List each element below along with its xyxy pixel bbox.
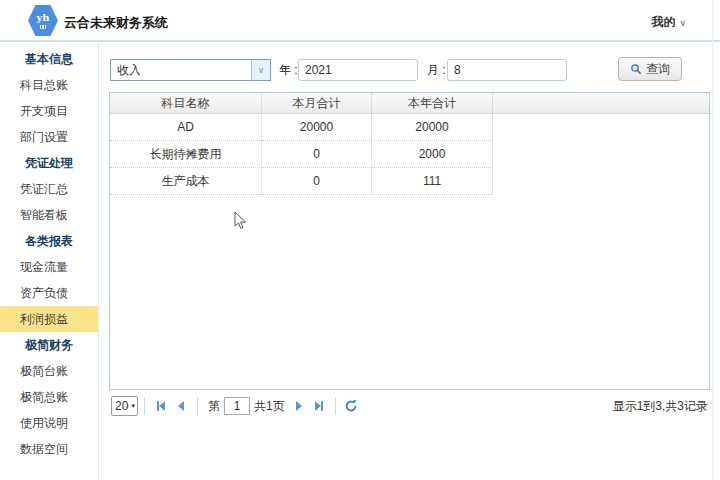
column-header-year-total[interactable]: 本年合计 (372, 93, 493, 113)
pager-separator (335, 398, 336, 415)
user-menu-label: 我的 (651, 14, 675, 31)
search-button[interactable]: 查询 (618, 57, 682, 81)
refresh-icon (344, 399, 358, 413)
chevron-down-icon[interactable]: ∨ (251, 60, 270, 80)
sidebar-item-profit-loss[interactable]: 利润损益 (0, 306, 98, 332)
mouse-cursor (234, 211, 248, 231)
app-logo-icon: yh (28, 5, 58, 36)
sidebar-item-expense-projects[interactable]: 开支项目 (0, 98, 98, 124)
sidebar-item-cash-flow[interactable]: 现金流量 (0, 254, 98, 280)
app-title: 云合未来财务系统 (64, 14, 168, 32)
cell-month-total: 0 (262, 141, 372, 168)
chevron-down-icon: ∨ (679, 18, 686, 28)
cell-subject-name: AD (110, 114, 262, 141)
datagrid-header: 科目名称 本月合计 本年合计 (110, 93, 709, 114)
sidebar-item-department-settings[interactable]: 部门设置 (0, 124, 98, 150)
category-select[interactable]: 收入 ∨ (110, 59, 271, 81)
sidebar-category-basic-info: 基本信息 (0, 46, 98, 72)
cell-month-total: 0 (262, 168, 372, 195)
sidebar-item-simple-general-ledger[interactable]: 极简总账 (0, 384, 98, 410)
user-menu[interactable]: 我的 ∨ (651, 14, 686, 31)
sidebar-category-simple-finance: 极简财务 (0, 332, 98, 358)
page-size-value: 20 (115, 399, 128, 413)
first-page-button[interactable] (151, 396, 171, 416)
month-label: 月 : (427, 59, 446, 81)
sidebar-category-voucher-processing: 凭证处理 (0, 150, 98, 176)
cell-subject-name: 生产成本 (110, 168, 262, 195)
last-page-button[interactable] (309, 396, 329, 416)
table-row[interactable]: 生产成本 0 111 (110, 168, 494, 195)
table-row[interactable]: 长期待摊费用 0 2000 (110, 141, 494, 168)
sidebar-item-subject-ledger[interactable]: 科目总账 (0, 72, 98, 98)
prev-page-icon (178, 401, 184, 411)
cell-year-total: 111 (372, 168, 493, 195)
cell-year-total: 20000 (372, 114, 493, 141)
sidebar-item-smart-dashboard[interactable]: 智能看板 (0, 202, 98, 228)
page-size-select[interactable]: 20 ▾ (111, 396, 138, 416)
app-header: yh 云合未来财务系统 我的 ∨ (0, 0, 720, 42)
sidebar: 基本信息 科目总账 开支项目 部门设置 凭证处理 凭证汇总 智能看板 各类报表 … (0, 44, 99, 480)
sidebar-item-data-space[interactable]: 数据空间 (0, 436, 98, 462)
sidebar-category-reports: 各类报表 (0, 228, 98, 254)
pager: 20 ▾ 第 共1页 显示1到3,共3记录 (109, 394, 710, 418)
pager-separator (197, 398, 198, 415)
column-header-subject-name[interactable]: 科目名称 (110, 93, 262, 113)
page-suffix-label: 共1页 (254, 398, 285, 415)
column-header-filler (493, 93, 709, 113)
next-page-icon (296, 401, 302, 411)
logo-text: yh (36, 13, 49, 23)
year-input[interactable] (298, 59, 418, 81)
pager-separator (144, 398, 145, 415)
column-header-month-total[interactable]: 本月合计 (262, 93, 372, 113)
right-edge-divider (712, 0, 713, 480)
main-content: 收入 ∨ 年 : 月 : 查询 科目名称 本月合计 本年合计 AD 20000 … (100, 44, 720, 480)
cell-subject-name: 长期待摊费用 (110, 141, 262, 168)
pager-summary: 显示1到3,共3记录 (613, 398, 708, 415)
sidebar-item-usage-instructions[interactable]: 使用说明 (0, 410, 98, 436)
search-button-label: 查询 (646, 61, 670, 78)
logo-marks (40, 25, 47, 29)
page-prefix-label: 第 (208, 398, 220, 415)
month-input[interactable] (447, 59, 567, 81)
year-label: 年 : (279, 59, 298, 81)
sidebar-item-simple-ledger[interactable]: 极简台账 (0, 358, 98, 384)
prev-page-button[interactable] (171, 396, 191, 416)
refresh-button[interactable] (344, 399, 358, 413)
select-caret-icon: ▾ (131, 402, 135, 410)
sidebar-item-balance-sheet[interactable]: 资产负债 (0, 280, 98, 306)
next-page-button[interactable] (289, 396, 309, 416)
category-select-value: 收入 (111, 60, 251, 80)
datagrid: 科目名称 本月合计 本年合计 AD 20000 20000 长期待摊费用 0 2… (109, 92, 710, 390)
cell-month-total: 20000 (262, 114, 372, 141)
page-number-input[interactable] (224, 397, 250, 415)
sidebar-item-voucher-summary[interactable]: 凭证汇总 (0, 176, 98, 202)
cell-year-total: 2000 (372, 141, 493, 168)
table-row[interactable]: AD 20000 20000 (110, 114, 494, 141)
search-icon (630, 63, 642, 75)
